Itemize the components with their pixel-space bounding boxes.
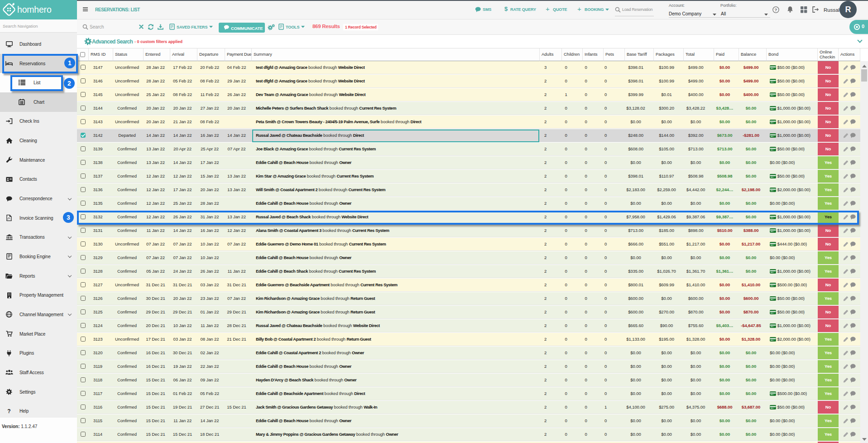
svg-text:?: ? xyxy=(775,7,777,12)
